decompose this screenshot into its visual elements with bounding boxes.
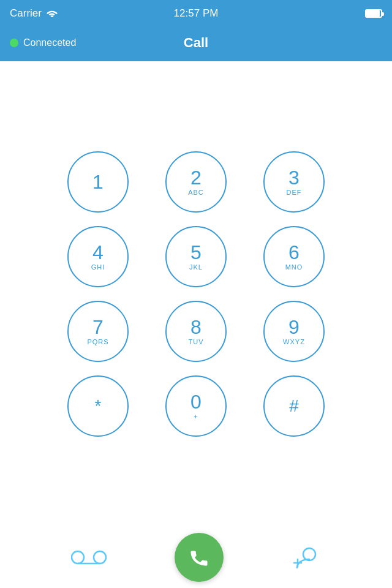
time-label: 12:57 PM: [174, 7, 219, 20]
dial-btn-9[interactable]: 9 WXYZ: [263, 301, 325, 362]
dial-btn-3[interactable]: 3 DEF: [263, 151, 325, 213]
connection-dot: [10, 39, 18, 47]
dialpad: 1 2 ABC 3 DEF 4 GHI 5 JKL 6 MNO 7 PQRS 8: [67, 151, 325, 437]
dial-btn-5[interactable]: 5 JKL: [165, 226, 227, 287]
voicemail-button[interactable]: [70, 548, 107, 567]
dial-btn-7[interactable]: 7 PQRS: [67, 301, 129, 362]
call-button[interactable]: [175, 533, 224, 582]
action-row: [0, 527, 392, 588]
dial-btn-0[interactable]: 0 +: [165, 375, 227, 437]
main-content: 1 2 ABC 3 DEF 4 GHI 5 JKL 6 MNO 7 PQRS 8: [0, 61, 392, 527]
dial-btn-2[interactable]: 2 ABC: [165, 151, 227, 213]
add-contact-button[interactable]: [291, 542, 322, 573]
carrier-label: Carrier: [10, 7, 42, 20]
dial-btn-star[interactable]: *: [67, 375, 129, 437]
dial-btn-hash[interactable]: #: [263, 375, 325, 437]
wifi-icon: [47, 9, 58, 19]
dial-btn-6[interactable]: 6 MNO: [263, 226, 325, 287]
nav-bar: Conneceted Call: [0, 27, 392, 61]
dial-btn-1[interactable]: 1: [67, 151, 129, 213]
connection-label: Conneceted: [23, 37, 76, 48]
dial-btn-4[interactable]: 4 GHI: [67, 226, 129, 287]
svg-point-0: [72, 551, 84, 564]
status-bar: Carrier 12:57 PM: [0, 0, 392, 27]
page-title: Call: [184, 35, 208, 51]
dial-btn-8[interactable]: 8 TUV: [165, 301, 227, 362]
svg-point-1: [94, 551, 106, 564]
connection-status: Conneceted: [10, 37, 76, 48]
battery-icon: [365, 9, 382, 18]
